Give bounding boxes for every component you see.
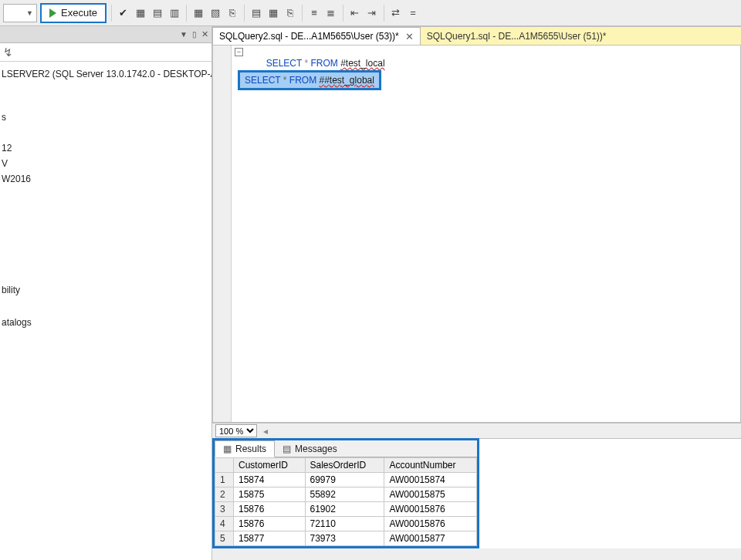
comment-icon[interactable] <box>307 6 321 20</box>
object-explorer-tree[interactable]: LSERVER2 (SQL Server 13.0.1742.0 - DESKT… <box>0 62 211 330</box>
zoom-select[interactable]: 100 % <box>215 424 257 437</box>
tree-item[interactable]: W2016 <box>0 171 211 187</box>
tree-item[interactable]: bility <box>0 282 211 298</box>
document-tabstrip: SQLQuery2.sql - DE...A1M5655\User (53))*… <box>212 26 741 45</box>
tree-item[interactable]: 12 <box>0 140 211 156</box>
tree-item[interactable]: V <box>0 156 211 171</box>
results-pane: Results Messages CustomerID SalesOrderID <box>212 438 479 548</box>
play-icon <box>49 8 56 18</box>
separator <box>111 5 112 22</box>
results-overflow <box>479 438 742 548</box>
separator <box>244 5 245 22</box>
results-grid[interactable]: CustomerID SalesOrderID AccountNumber 1 … <box>215 457 477 546</box>
tab-sqlquery1[interactable]: SQLQuery1.sql - DE...A1M5655\User (51))* <box>421 27 613 45</box>
sql-editor[interactable]: − SELECT * FROM #test_local SELECT * FRO… <box>212 45 741 423</box>
results-grid-icon[interactable] <box>266 6 280 20</box>
outdent-icon[interactable] <box>348 6 362 20</box>
col-customerid[interactable]: CustomerID <box>234 458 306 473</box>
tree-item[interactable]: atalogs <box>0 315 211 330</box>
selected-sql-line: SELECT * FROM ##test_global <box>238 70 381 90</box>
object-explorer: ▼ ▯ ✕ ↯ LSERVER2 (SQL Server 13.0.1742.0… <box>0 26 212 560</box>
tab-label: SQLQuery1.sql - DE...A1M5655\User (51))* <box>427 31 607 42</box>
intellisense-icon[interactable] <box>167 6 181 20</box>
execute-button[interactable]: Execute <box>40 3 107 23</box>
specify-values-icon[interactable] <box>389 6 403 20</box>
close-panel-icon[interactable]: ✕ <box>201 29 208 39</box>
fold-toggle-icon[interactable]: − <box>235 48 243 56</box>
autohide-icon[interactable]: ▯ <box>192 30 197 39</box>
table-row[interactable]: 5 15877 73973 AW00015877 <box>215 531 477 546</box>
results-header-row: CustomerID SalesOrderID AccountNumber <box>215 458 477 473</box>
indent-icon[interactable] <box>365 6 379 20</box>
separator <box>302 5 303 22</box>
tab-sqlquery2[interactable]: SQLQuery2.sql - DE...A1M5655\User (53))*… <box>212 27 421 45</box>
table-row[interactable]: 4 15876 72110 AW00015876 <box>215 517 477 531</box>
table-row[interactable]: 1 15874 69979 AW00015874 <box>215 473 477 487</box>
tab-messages[interactable]: Messages <box>275 440 345 457</box>
table-row[interactable]: 3 15876 61902 AW00015876 <box>215 502 477 517</box>
estimated-plan-icon[interactable] <box>134 6 147 20</box>
editor-gutter <box>213 46 232 422</box>
main-toolbar: ▼ Execute <box>0 0 741 26</box>
tab-messages-label: Messages <box>295 444 337 454</box>
window-position-icon[interactable]: ▼ <box>180 30 188 39</box>
tab-label: SQLQuery2.sql - DE...A1M5655\User (53))* <box>219 31 399 42</box>
results-tabstrip: Results Messages <box>215 440 477 457</box>
terminator-icon[interactable] <box>406 6 420 20</box>
tab-results[interactable]: Results <box>215 440 275 457</box>
client-stats-icon[interactable] <box>225 6 239 20</box>
separator <box>186 5 187 22</box>
object-explorer-toolbar: ↯ <box>0 43 211 62</box>
connect-icon[interactable]: ↯ <box>3 46 13 59</box>
database-combo[interactable]: ▼ <box>3 4 37 22</box>
close-tab-icon[interactable]: ✕ <box>405 31 414 42</box>
parse-icon[interactable] <box>117 6 130 20</box>
object-explorer-titlebar: ▼ ▯ ✕ <box>0 26 211 43</box>
col-accountnumber[interactable]: AccountNumber <box>384 458 476 473</box>
execute-label: Execute <box>61 7 97 19</box>
col-salesorderid[interactable]: SalesOrderID <box>305 458 384 473</box>
grid-icon <box>223 444 232 454</box>
zoom-bar: 100 % ◂ <box>212 423 741 438</box>
tab-results-label: Results <box>235 444 266 454</box>
server-node[interactable]: LSERVER2 (SQL Server 13.0.1742.0 - DESKT… <box>0 66 211 82</box>
actual-plan-icon[interactable] <box>191 6 205 20</box>
tree-item[interactable]: s <box>0 110 211 125</box>
results-text-icon[interactable] <box>249 6 263 20</box>
results-file-icon[interactable] <box>283 6 297 20</box>
separator <box>384 5 384 22</box>
live-stats-icon[interactable] <box>208 6 222 20</box>
table-row[interactable]: 2 15875 55892 AW00015875 <box>215 487 477 502</box>
editor-area: SQLQuery2.sql - DE...A1M5655\User (53))*… <box>212 26 741 560</box>
messages-icon <box>283 444 291 454</box>
uncomment-icon[interactable] <box>324 6 338 20</box>
separator <box>343 5 343 22</box>
query-options-icon[interactable] <box>151 6 164 20</box>
rownum-header <box>215 458 234 473</box>
